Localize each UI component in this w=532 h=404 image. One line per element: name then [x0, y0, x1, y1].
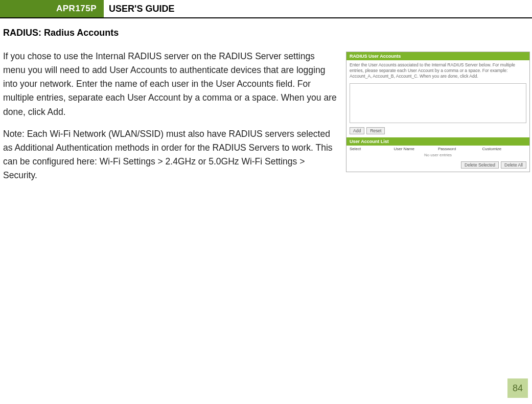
figure-header-list: User Account List [346, 137, 529, 146]
col-customize: Customize [482, 147, 527, 151]
col-username: User Name [394, 147, 438, 151]
paragraph-2: Note: Each Wi-Fi Network (WLAN/SSID) mus… [3, 127, 338, 183]
section-title: RADIUS: Radius Accounts [3, 28, 529, 38]
col-select: Select [350, 147, 394, 151]
reset-button[interactable]: Reset [366, 127, 385, 134]
delete-selected-button[interactable]: Delete Selected [461, 161, 499, 169]
page-number: 84 [507, 378, 528, 398]
figure-empty-row: No user entries [346, 152, 529, 160]
add-button[interactable]: Add [350, 127, 364, 134]
document-title: USER'S GUIDE [104, 0, 174, 17]
col-password: Password [438, 147, 482, 151]
body-text: If you chose to use the Internal RADIUS … [3, 50, 338, 191]
figure-header-accounts: RADIUS User Accounts [346, 52, 529, 60]
delete-all-button[interactable]: Delete All [501, 161, 526, 169]
product-badge: APR175P [0, 0, 104, 17]
document-header: APR175P USER'S GUIDE [0, 0, 532, 18]
radius-accounts-screenshot: RADIUS User Accounts Enter the User Acco… [346, 52, 530, 172]
figure-description: Enter the User Accounts associated to th… [346, 60, 529, 82]
user-accounts-textarea[interactable] [350, 83, 526, 123]
paragraph-1: If you chose to use the Internal RADIUS … [3, 50, 338, 119]
figure-table-header: Select User Name Password Customize [346, 146, 529, 152]
page-content: RADIUS: Radius Accounts If you chose to … [0, 28, 532, 191]
